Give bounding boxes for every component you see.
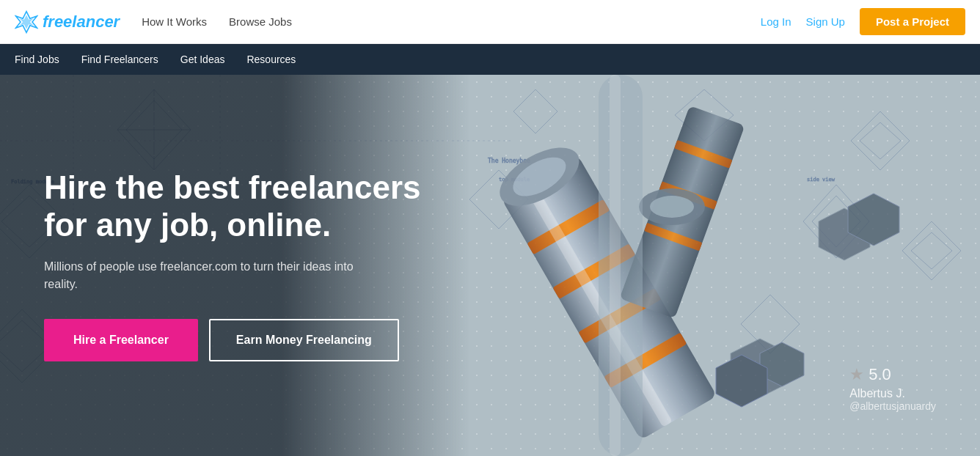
freelancer-logo-icon [15,10,38,34]
logo-text: freelancer [43,12,120,32]
top-navigation: freelancer How It Works Browse Jobs Log … [0,0,980,44]
reviewer-name: Albertus J. [849,387,936,400]
reviewer-handle: @albertusjanuardy [849,400,936,412]
login-link[interactable]: Log In [761,15,791,28]
earn-money-button[interactable]: Earn Money Freelancing [209,319,399,361]
svg-marker-1 [19,15,33,29]
hero-content: Hire the best freelancers for any job, o… [0,75,469,456]
find-jobs-link[interactable]: Find Jobs [15,54,59,65]
signup-link[interactable]: Sign Up [806,15,845,28]
how-it-works-link[interactable]: How It Works [142,15,207,28]
hero-title: Hire the best freelancers for any job, o… [44,169,425,243]
hero-section: The Honeybee top module side view Foldin… [0,75,980,456]
svg-rect-47 [610,75,621,456]
browse-jobs-link[interactable]: Browse Jobs [229,15,292,28]
post-project-button[interactable]: Post a Project [860,8,965,35]
svg-point-40 [650,196,694,218]
hire-freelancer-button[interactable]: Hire a Freelancer [44,319,198,361]
resources-link[interactable]: Resources [246,54,296,65]
star-icon: ★ [849,365,864,384]
find-freelancers-link[interactable]: Find Freelancers [81,54,158,65]
rating-value: 5.0 [869,365,891,384]
secondary-navigation: Find Jobs Find Freelancers Get Ideas Res… [0,44,980,75]
rating-stars: ★ 5.0 [849,365,936,384]
main-nav-links: How It Works Browse Jobs [142,15,761,28]
right-nav: Log In Sign Up Post a Project [761,8,965,35]
hero-subtitle: Millions of people use freelancer.com to… [44,258,367,293]
cta-buttons: Hire a Freelancer Earn Money Freelancing [44,319,425,361]
get-ideas-link[interactable]: Get Ideas [180,54,225,65]
rating-badge: ★ 5.0 Albertus J. @albertusjanuardy [849,365,936,412]
logo[interactable]: freelancer [15,10,120,34]
